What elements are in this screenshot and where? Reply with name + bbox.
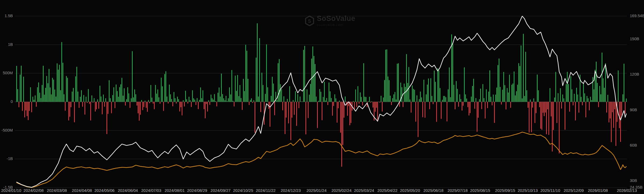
flow-bar[interactable] <box>395 92 395 102</box>
flow-bar[interactable] <box>403 102 403 107</box>
flow-bar[interactable] <box>598 102 599 107</box>
flow-bar[interactable] <box>445 97 446 102</box>
flow-bar[interactable] <box>230 94 231 102</box>
flow-bar[interactable] <box>153 102 154 103</box>
flow-bar[interactable] <box>175 98 176 102</box>
flow-bar[interactable] <box>470 102 471 113</box>
flow-bar[interactable] <box>344 102 345 118</box>
flow-bar[interactable] <box>414 90 415 102</box>
flow-bar[interactable] <box>204 102 205 109</box>
flow-bar[interactable] <box>559 102 560 154</box>
flow-bar[interactable] <box>164 74 165 102</box>
flow-bar[interactable] <box>437 68 438 102</box>
flow-bar[interactable] <box>259 38 260 102</box>
flow-bar[interactable] <box>326 98 327 102</box>
flow-bar[interactable] <box>163 102 164 111</box>
flow-bar[interactable] <box>388 77 388 102</box>
flow-bar[interactable] <box>435 82 436 102</box>
flow-bar[interactable] <box>177 97 178 102</box>
flow-bar[interactable] <box>464 67 465 102</box>
flow-bar[interactable] <box>313 46 313 102</box>
flow-bar[interactable] <box>518 63 519 102</box>
flow-bar[interactable] <box>64 94 64 102</box>
flow-bar[interactable] <box>193 98 194 102</box>
flow-bar[interactable] <box>431 96 432 102</box>
flow-bar[interactable] <box>383 98 384 102</box>
flow-bar[interactable] <box>120 84 121 102</box>
flow-bar[interactable] <box>178 99 179 102</box>
flow-bar[interactable] <box>169 85 170 102</box>
flow-bar[interactable] <box>244 91 245 102</box>
flow-bar[interactable] <box>280 84 281 102</box>
flow-bar[interactable] <box>266 44 267 102</box>
flow-bar[interactable] <box>233 101 233 102</box>
flow-bar[interactable] <box>389 80 390 102</box>
flow-bar[interactable] <box>37 87 38 102</box>
flow-bar[interactable] <box>91 95 92 102</box>
flow-bar[interactable] <box>568 84 569 102</box>
flow-bar[interactable] <box>142 102 143 110</box>
flow-bar[interactable] <box>587 96 587 102</box>
flow-bar[interactable] <box>607 95 608 102</box>
flow-bar[interactable] <box>544 102 545 116</box>
flow-bar[interactable] <box>533 98 534 102</box>
flow-bar[interactable] <box>426 94 427 102</box>
flow-bar[interactable] <box>51 94 52 102</box>
flow-bar[interactable] <box>140 102 141 115</box>
flow-bar[interactable] <box>331 98 332 102</box>
flow-bar[interactable] <box>495 95 496 102</box>
flow-bar[interactable] <box>538 90 539 102</box>
flow-bar[interactable] <box>441 102 442 119</box>
flow-bar[interactable] <box>205 102 206 118</box>
flow-bar[interactable] <box>364 97 365 102</box>
flow-bar[interactable] <box>141 100 142 102</box>
flow-bar[interactable] <box>498 65 498 102</box>
flow-bar[interactable] <box>590 97 591 102</box>
flow-bar[interactable] <box>236 91 237 102</box>
flow-bar[interactable] <box>539 102 540 107</box>
flow-bar[interactable] <box>60 90 61 102</box>
flow-bar[interactable] <box>279 59 280 102</box>
flow-bar[interactable] <box>309 95 310 102</box>
flow-bar[interactable] <box>356 102 357 107</box>
flow-bar[interactable] <box>376 102 377 108</box>
flow-bar[interactable] <box>398 63 399 102</box>
flow-bar[interactable] <box>461 99 461 102</box>
flow-bar[interactable] <box>96 102 97 109</box>
flow-bar[interactable] <box>104 102 105 107</box>
flow-bar[interactable] <box>86 97 87 102</box>
flow-bar[interactable] <box>146 102 147 108</box>
flow-bar[interactable] <box>71 102 71 107</box>
flow-bar[interactable] <box>572 89 572 102</box>
flow-bar[interactable] <box>345 96 346 102</box>
flow-bar[interactable] <box>540 102 541 129</box>
flow-bar[interactable] <box>212 98 213 102</box>
flow-bar[interactable] <box>526 90 527 102</box>
flow-bar[interactable] <box>254 102 255 133</box>
flow-bar[interactable] <box>475 102 475 109</box>
flow-bar[interactable] <box>529 102 530 132</box>
flow-bar[interactable] <box>287 99 288 102</box>
flow-bar[interactable] <box>30 87 31 102</box>
flow-bar[interactable] <box>325 100 326 102</box>
flow-bar[interactable] <box>252 102 253 103</box>
flow-bar[interactable] <box>589 102 590 110</box>
flow-bar[interactable] <box>524 96 525 102</box>
flow-bar[interactable] <box>281 89 282 102</box>
flow-bar[interactable] <box>179 102 180 111</box>
flow-bar[interactable] <box>340 102 341 133</box>
flow-bar[interactable] <box>382 102 383 111</box>
flow-bar[interactable] <box>318 101 319 102</box>
flow-bar[interactable] <box>506 102 506 110</box>
flow-bar[interactable] <box>288 102 289 123</box>
flow-bar[interactable] <box>342 102 343 145</box>
flow-bar[interactable] <box>88 89 89 102</box>
flow-bar[interactable] <box>391 102 392 105</box>
flow-bar[interactable] <box>493 95 494 102</box>
flow-bar[interactable] <box>34 100 34 102</box>
flow-bar[interactable] <box>604 88 605 102</box>
flow-bar[interactable] <box>201 98 202 102</box>
flow-bar[interactable] <box>434 70 435 102</box>
flow-bar[interactable] <box>605 63 606 102</box>
flow-bar[interactable] <box>61 42 62 102</box>
